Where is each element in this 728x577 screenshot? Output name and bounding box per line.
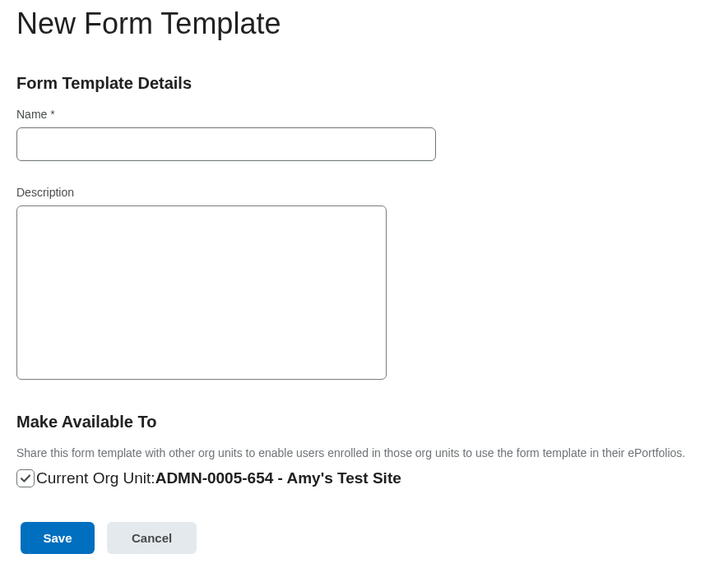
org-unit-label: Current Org Unit: xyxy=(36,469,155,487)
checkmark-icon xyxy=(19,472,32,485)
org-unit-checkbox[interactable] xyxy=(16,469,35,487)
availability-heading: Make Available To xyxy=(16,413,712,432)
org-unit-value: ADMN-0005-654 - Amy's Test Site xyxy=(155,469,401,487)
description-textarea[interactable] xyxy=(16,205,387,380)
required-asterisk: * xyxy=(50,108,54,121)
cancel-button[interactable]: Cancel xyxy=(107,522,197,554)
name-input[interactable] xyxy=(16,127,436,161)
name-label-text: Name xyxy=(16,108,47,121)
page-title: New Form Template xyxy=(16,7,712,41)
save-button[interactable]: Save xyxy=(21,522,95,554)
details-heading: Form Template Details xyxy=(16,74,712,93)
name-label: Name * xyxy=(16,108,712,121)
description-label: Description xyxy=(16,186,712,199)
availability-help-text: Share this form template with other org … xyxy=(16,446,712,459)
